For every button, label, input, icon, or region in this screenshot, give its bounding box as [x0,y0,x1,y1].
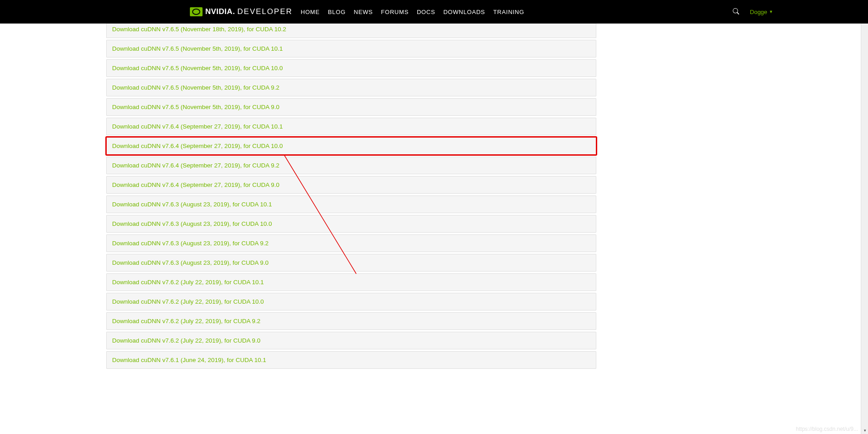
download-item[interactable]: Download cuDNN v7.6.4 (September 27, 201… [106,176,596,194]
logo-sub: DEVELOPER [237,7,292,16]
logo[interactable]: NVIDIA. DEVELOPER [190,7,292,16]
download-item-label: Download cuDNN v7.6.3 (August 23, 2019),… [112,201,272,208]
download-item-label: Download cuDNN v7.6.4 (September 27, 201… [112,123,283,130]
download-item-label: Download cuDNN v7.6.2 (July 22, 2019), f… [112,318,260,324]
download-item[interactable]: Download cuDNN v7.6.3 (August 23, 2019),… [106,254,596,272]
user-name: Dogge [750,9,767,15]
download-item[interactable]: Download cuDNN v7.6.5 (November 5th, 201… [106,98,596,116]
nav-right: Dogge ▼ [733,8,773,16]
download-item-label: Download cuDNN v7.6.5 (November 5th, 201… [112,65,283,72]
download-item-label: Download cuDNN v7.6.4 (September 27, 201… [112,143,283,149]
download-item-label: Download cuDNN v7.6.3 (August 23, 2019),… [112,220,272,227]
download-item-label: Download cuDNN v7.6.2 (July 22, 2019), f… [112,337,260,344]
download-item-label: Download cuDNN v7.6.4 (September 27, 201… [112,162,279,169]
download-item[interactable]: Download cuDNN v7.6.1 (June 24, 2019), f… [106,351,596,369]
user-menu[interactable]: Dogge ▼ [750,9,773,15]
download-item[interactable]: Download cuDNN v7.6.5 (November 5th, 201… [106,59,596,77]
download-item-label: Download cuDNN v7.6.2 (July 22, 2019), f… [112,298,264,305]
download-list: Download cuDNN v7.6.5 (November 18th, 20… [106,24,596,369]
download-item-label: Download cuDNN v7.6.2 (July 22, 2019), f… [112,279,264,286]
download-item-label: Download cuDNN v7.6.1 (June 24, 2019), f… [112,357,266,363]
nav-link-docs[interactable]: DOCS [417,9,435,15]
download-item[interactable]: Download cuDNN v7.6.2 (July 22, 2019), f… [106,293,596,310]
download-item[interactable]: Download cuDNN v7.6.4 (September 27, 201… [106,118,596,135]
nav-link-forums[interactable]: FORUMS [381,9,409,15]
nvidia-eye-icon [190,7,203,16]
nav-links: HOMEBLOGNEWSFORUMSDOCSDOWNLOADSTRAINING [301,9,524,15]
nav-link-downloads[interactable]: DOWNLOADS [443,9,485,15]
download-item[interactable]: Download cuDNN v7.6.2 (July 22, 2019), f… [106,312,596,330]
logo-brand: NVIDIA [205,7,233,16]
nav-link-home[interactable]: HOME [301,9,320,15]
download-item-label: Download cuDNN v7.6.5 (November 5th, 201… [112,104,279,110]
logo-text: NVIDIA. DEVELOPER [205,7,292,16]
download-item-label: Download cuDNN v7.6.5 (November 5th, 201… [112,45,283,52]
download-item-label: Download cuDNN v7.6.5 (November 18th, 20… [112,26,286,33]
download-item[interactable]: Download cuDNN v7.6.5 (November 5th, 201… [106,79,596,96]
download-item[interactable]: Download cuDNN v7.6.4 (September 27, 201… [106,157,596,174]
download-item[interactable]: Download cuDNN v7.6.4 (September 27, 201… [106,137,596,155]
nav-link-blog[interactable]: BLOG [328,9,345,15]
nav-inner: NVIDIA. DEVELOPER HOMEBLOGNEWSFORUMSDOCS… [95,7,773,16]
download-item-label: Download cuDNN v7.6.3 (August 23, 2019),… [112,259,269,266]
download-item[interactable]: Download cuDNN v7.6.5 (November 18th, 20… [106,24,596,38]
download-item[interactable]: Download cuDNN v7.6.2 (July 22, 2019), f… [106,273,596,291]
scrollbar[interactable]: ▴ ▾ [861,0,868,371]
navbar: NVIDIA. DEVELOPER HOMEBLOGNEWSFORUMSDOCS… [0,0,868,24]
download-item[interactable]: Download cuDNN v7.6.5 (November 5th, 201… [106,40,596,57]
download-item[interactable]: Download cuDNN v7.6.2 (July 22, 2019), f… [106,332,596,349]
download-item-label: Download cuDNN v7.6.4 (September 27, 201… [112,181,279,188]
search-icon[interactable] [733,8,739,16]
download-item[interactable]: Download cuDNN v7.6.3 (August 23, 2019),… [106,234,596,252]
download-item-label: Download cuDNN v7.6.5 (November 5th, 201… [112,84,279,91]
chevron-down-icon: ▼ [769,10,773,14]
download-item-label: Download cuDNN v7.6.3 (August 23, 2019),… [112,240,269,247]
download-item[interactable]: Download cuDNN v7.6.3 (August 23, 2019),… [106,196,596,213]
download-item[interactable]: Download cuDNN v7.6.3 (August 23, 2019),… [106,215,596,233]
nav-link-news[interactable]: NEWS [354,9,373,15]
nav-link-training[interactable]: TRAINING [493,9,524,15]
